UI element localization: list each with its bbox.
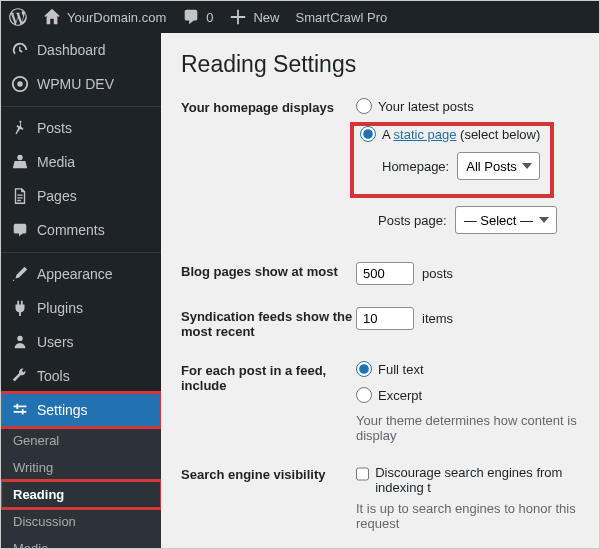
menu-appearance[interactable]: Appearance <box>1 257 161 291</box>
menu-media[interactable]: Media <box>1 145 161 179</box>
opt-latest-label: Your latest posts <box>378 99 474 114</box>
homepage-displays-label: Your homepage displays <box>181 98 356 115</box>
menu-label: Posts <box>37 120 72 136</box>
new-label: New <box>253 10 279 25</box>
menu-users[interactable]: Users <box>1 325 161 359</box>
site-name: YourDomain.com <box>67 10 166 25</box>
home-icon <box>43 8 61 26</box>
page-title: Reading Settings <box>181 51 579 78</box>
menu-settings[interactable]: Settings <box>1 393 161 427</box>
smartcrawl-label: SmartCrawl Pro <box>295 10 387 25</box>
sev-check-label: Discourage search engines from indexing … <box>375 465 579 495</box>
radio-static-page[interactable] <box>360 126 376 142</box>
menu-label: Dashboard <box>37 42 106 58</box>
posts-unit: posts <box>422 266 453 281</box>
blog-pages-label: Blog pages show at most <box>181 262 356 279</box>
wpmudev-icon <box>11 75 29 93</box>
menu-pages[interactable]: Pages <box>1 179 161 213</box>
menu-posts[interactable]: Posts <box>1 111 161 145</box>
sev-checkbox-row[interactable]: Discourage search engines from indexing … <box>356 465 579 495</box>
excerpt-label: Excerpt <box>378 388 422 403</box>
site-name-link[interactable]: YourDomain.com <box>35 1 174 33</box>
wrench-icon <box>11 367 29 385</box>
submenu-discussion[interactable]: Discussion <box>1 508 161 535</box>
submenu-reading[interactable]: Reading <box>1 481 161 508</box>
feed-desc: Your theme determines how content is dis… <box>356 413 579 443</box>
menu-label: Users <box>37 334 74 350</box>
brush-icon <box>11 265 29 283</box>
pin-icon <box>11 119 29 137</box>
new-content-link[interactable]: New <box>221 1 287 33</box>
menu-tools[interactable]: Tools <box>1 359 161 393</box>
full-text-label: Full text <box>378 362 424 377</box>
menu-plugins[interactable]: Plugins <box>1 291 161 325</box>
opt-excerpt[interactable]: Excerpt <box>356 387 579 403</box>
submenu-writing[interactable]: Writing <box>1 454 161 481</box>
sliders-icon <box>11 401 29 419</box>
opt-static-text: A static page (select below) <box>382 127 540 142</box>
menu-label: Settings <box>37 402 88 418</box>
syndication-input[interactable] <box>356 307 414 330</box>
admin-sidebar: Dashboard WPMU DEV Posts Media Pages Com… <box>1 33 161 548</box>
wordpress-icon <box>9 8 27 26</box>
menu-wpmudev[interactable]: WPMU DEV <box>1 67 161 101</box>
sev-label: Search engine visibility <box>181 465 356 482</box>
homepage-select-label: Homepage: <box>382 159 449 174</box>
comment-icon <box>11 221 29 239</box>
menu-label: Comments <box>37 222 105 238</box>
content-area: Reading Settings Your homepage displays … <box>161 33 599 548</box>
settings-submenu: General Writing Reading Discussion Media… <box>1 427 161 548</box>
menu-label: Appearance <box>37 266 113 282</box>
page-icon <box>11 187 29 205</box>
homepage-select[interactable]: All Posts <box>457 152 540 180</box>
wp-logo[interactable] <box>1 1 35 33</box>
postspage-select-label: Posts page: <box>378 213 447 228</box>
menu-label: Tools <box>37 368 70 384</box>
radio-excerpt[interactable] <box>356 387 372 403</box>
dashboard-icon <box>11 41 29 59</box>
sev-desc: It is up to search engines to honor this… <box>356 501 579 531</box>
feed-include-label: For each post in a feed, include <box>181 361 356 393</box>
opt-latest-posts[interactable]: Your latest posts <box>356 98 579 114</box>
plug-icon <box>11 299 29 317</box>
comments-count: 0 <box>206 10 213 25</box>
postspage-select[interactable]: — Select — <box>455 206 557 234</box>
highlight-static-page: A static page (select below) Homepage: A… <box>350 122 554 198</box>
opt-static-page[interactable]: A static page (select below) <box>360 126 540 142</box>
smartcrawl-link[interactable]: SmartCrawl Pro <box>287 1 395 33</box>
opt-full-text[interactable]: Full text <box>356 361 579 377</box>
radio-latest-posts[interactable] <box>356 98 372 114</box>
media-icon <box>11 153 29 171</box>
menu-label: Pages <box>37 188 77 204</box>
svg-point-1 <box>17 81 22 86</box>
menu-comments[interactable]: Comments <box>1 213 161 247</box>
menu-label: Media <box>37 154 75 170</box>
radio-full-text[interactable] <box>356 361 372 377</box>
submenu-media[interactable]: Media <box>1 535 161 548</box>
static-page-link[interactable]: static page <box>394 127 457 142</box>
user-icon <box>11 333 29 351</box>
menu-dashboard[interactable]: Dashboard <box>1 33 161 67</box>
items-unit: items <box>422 311 453 326</box>
comments-link[interactable]: 0 <box>174 1 221 33</box>
submenu-general[interactable]: General <box>1 427 161 454</box>
admin-bar: YourDomain.com 0 New SmartCrawl Pro <box>1 1 599 33</box>
menu-label: WPMU DEV <box>37 76 114 92</box>
blog-pages-input[interactable] <box>356 262 414 285</box>
comment-icon <box>182 8 200 26</box>
menu-label: Plugins <box>37 300 83 316</box>
syndication-label: Syndication feeds show the most recent <box>181 307 356 339</box>
plus-icon <box>229 8 247 26</box>
sev-checkbox[interactable] <box>356 466 369 482</box>
